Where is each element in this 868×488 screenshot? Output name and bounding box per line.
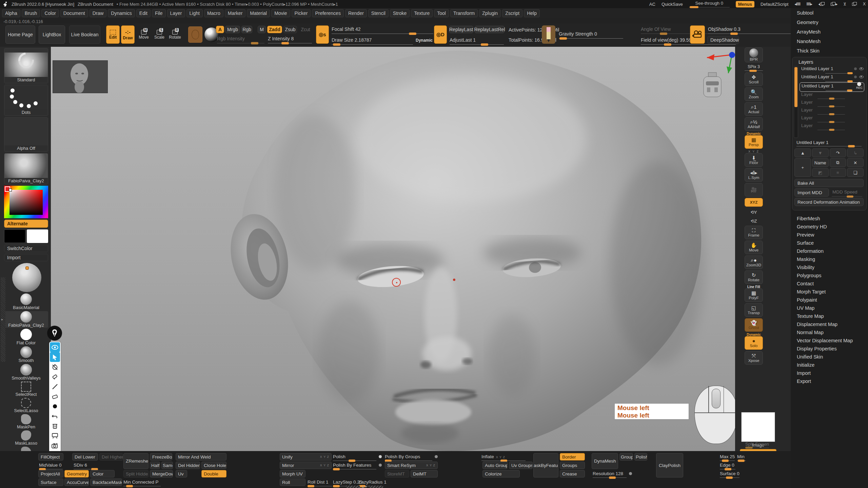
shelf-resize-handle[interactable]: ▲▼: [346, 485, 383, 488]
merge-down-button[interactable]: MergeDown: [150, 470, 173, 477]
transparency-button[interactable]: ◱Transp: [745, 303, 763, 317]
new-layer-button[interactable]: +: [794, 158, 811, 177]
mid-value-slider[interactable]: MidValue 0: [39, 463, 63, 468]
dock-left-icon[interactable]: ◂: [818, 2, 825, 6]
same-button[interactable]: Same: [161, 462, 173, 469]
visibility-eye-icon[interactable]: [50, 342, 60, 352]
z-intensity-slider[interactable]: Z Intensity 8: [268, 36, 312, 41]
inflate-slider[interactable]: InflateX Y Z: [481, 454, 526, 459]
timer-off-icon[interactable]: [50, 362, 60, 372]
dock-section-header[interactable]: Geometry: [791, 18, 868, 27]
dynamesh-groups-button[interactable]: Groups: [619, 453, 633, 461]
polish-slider[interactable]: Polish: [333, 454, 376, 459]
dynamic-draw-size-toggle[interactable]: Dynamic: [416, 38, 433, 43]
mdd-speed-slider[interactable]: MDD Speed: [830, 188, 864, 197]
replay-last-rel-button[interactable]: ReplayLastRel: [475, 26, 505, 33]
crease-button[interactable]: Crease: [560, 470, 585, 477]
menu-item[interactable]: Dynamics: [108, 9, 135, 17]
list-item[interactable]: BasicMaterial: [4, 293, 48, 310]
dot-size-icon[interactable]: [50, 401, 60, 411]
quicksave-button[interactable]: QuickSave: [662, 2, 683, 7]
polish-by-groups-slider[interactable]: Polish By Groups: [385, 454, 432, 459]
uv-groups-button[interactable]: Uv Groups: [509, 462, 533, 469]
dock-section-header[interactable]: Masking: [797, 255, 868, 263]
rgb-button[interactable]: Rgb: [241, 26, 252, 33]
layer-visibility-eye-icon[interactable]: [859, 76, 864, 78]
merge-down-button[interactable]: ◩: [812, 168, 829, 177]
zoom-button[interactable]: 🔍Zoom: [745, 87, 763, 101]
duplicate-layer-button[interactable]: ⧉: [830, 158, 846, 167]
menu-item[interactable]: Texture: [411, 9, 433, 17]
menu-item[interactable]: Light: [186, 9, 203, 17]
z-rotation-button[interactable]: ⟲Z: [747, 217, 761, 225]
layer-row-empty[interactable]: Layer: [800, 115, 864, 123]
store-camera-button[interactable]: 🎥: [745, 183, 763, 197]
polish-groups-toggle[interactable]: [435, 455, 438, 458]
resolution-toggle[interactable]: [629, 472, 632, 475]
sdiv-slider[interactable]: SDiv 6: [74, 463, 98, 468]
collapse-left-tray-icon[interactable]: ◂‖‖‖: [794, 2, 800, 6]
scroll-button[interactable]: ✥Scroll: [745, 73, 763, 86]
list-item[interactable]: MaskPen: [4, 414, 48, 429]
ghost-button[interactable]: 👻̸Ghost: [745, 318, 763, 332]
see-through-slider[interactable]: See-through 0: [689, 1, 730, 7]
dock-section-header[interactable]: Import: [797, 369, 868, 377]
tray-resize-handle[interactable]: [1, 277, 5, 362]
layers-title[interactable]: Layers: [794, 59, 864, 66]
dock-section-header[interactable]: UV Map: [797, 304, 868, 312]
dock-section-header[interactable]: Polypaint: [797, 296, 868, 304]
layer-mode-dot[interactable]: [854, 67, 857, 70]
half-button[interactable]: Half: [150, 462, 160, 469]
auto-groups-button[interactable]: Auto Groups: [482, 462, 508, 469]
local-symmetry-button[interactable]: ◂‖▸L.Sym: [745, 168, 763, 182]
current-texture-tile[interactable]: FabioPaiva_Clay2: [4, 153, 48, 184]
freeze-border-button[interactable]: FreezeBorder: [150, 453, 172, 461]
document-canvas[interactable]: Mouse left Mouse left: [51, 47, 735, 451]
menu-item[interactable]: Color: [41, 9, 59, 17]
menu-item[interactable]: File: [152, 9, 166, 17]
dock-section-header[interactable]: Morph Target: [797, 288, 868, 296]
dock-section-header[interactable]: Initialize: [797, 361, 868, 369]
focal-shift-icon-button[interactable]: ◎s: [316, 25, 329, 44]
dock-section-header[interactable]: Unified Skin: [797, 353, 868, 361]
aahalf-button[interactable]: ⌕½AAHalf: [745, 117, 763, 131]
menu-item[interactable]: Layer: [167, 9, 185, 17]
menu-item[interactable]: Material: [247, 9, 270, 17]
draw-size-slider[interactable]: Draw Size 2.18787: [332, 37, 413, 43]
rgb-intensity-slider[interactable]: Rgb Intensity: [217, 36, 264, 41]
dock-section-header[interactable]: Export: [797, 377, 868, 385]
layer-down-button[interactable]: ▼: [812, 148, 829, 157]
whiteboard-icon[interactable]: [50, 431, 60, 441]
claypolish-edge-slider[interactable]: Edge 0: [720, 463, 735, 468]
dock-section-header[interactable]: Preview: [797, 231, 868, 239]
adjust-last-slider[interactable]: AdjustLast 1: [450, 37, 504, 43]
floor-button[interactable]: ⬇̲Floor: [745, 153, 763, 167]
dock-section-header[interactable]: Contact: [797, 280, 868, 288]
del-higher-button[interactable]: Del Higher: [99, 453, 123, 461]
mrgb-button[interactable]: Mrgb: [225, 26, 240, 33]
live-boolean-button[interactable]: Live Boolean: [69, 25, 100, 44]
color-switch-button[interactable]: Color: [90, 470, 115, 477]
border-button[interactable]: Border: [560, 453, 585, 461]
saturation-square[interactable]: [9, 190, 43, 215]
menu-item[interactable]: Macro: [204, 9, 223, 17]
dynamesh-polish-button[interactable]: Polish: [634, 453, 647, 461]
mirror-and-weld-button[interactable]: Mirror And Weld: [176, 453, 226, 461]
list-item[interactable]: Flat Color: [4, 329, 48, 345]
colorize-button[interactable]: Colorize: [482, 470, 520, 477]
claypolish-max-slider[interactable]: Max 25: [720, 454, 735, 459]
menu-item[interactable]: Stroke: [390, 9, 410, 17]
menu-item[interactable]: Help: [524, 9, 540, 17]
menu-item[interactable]: Movie: [271, 9, 290, 17]
layers-scroll-thumb[interactable]: [794, 67, 797, 107]
white-swatch[interactable]: [27, 229, 48, 243]
restore-icon[interactable]: [852, 3, 857, 6]
layer-mode-dot[interactable]: [854, 76, 857, 78]
del-hidden-button[interactable]: Del Hidden: [176, 462, 200, 469]
morph-uv-button[interactable]: Morph UV: [280, 470, 305, 477]
zremesher-button[interactable]: ZRemesher: [123, 453, 149, 469]
list-item[interactable]: Smooth: [4, 346, 48, 363]
dock-right-icon[interactable]: ▸: [831, 2, 837, 6]
zcut-button[interactable]: Zcut: [299, 26, 312, 33]
main-gradient-swatches[interactable]: [4, 229, 48, 243]
